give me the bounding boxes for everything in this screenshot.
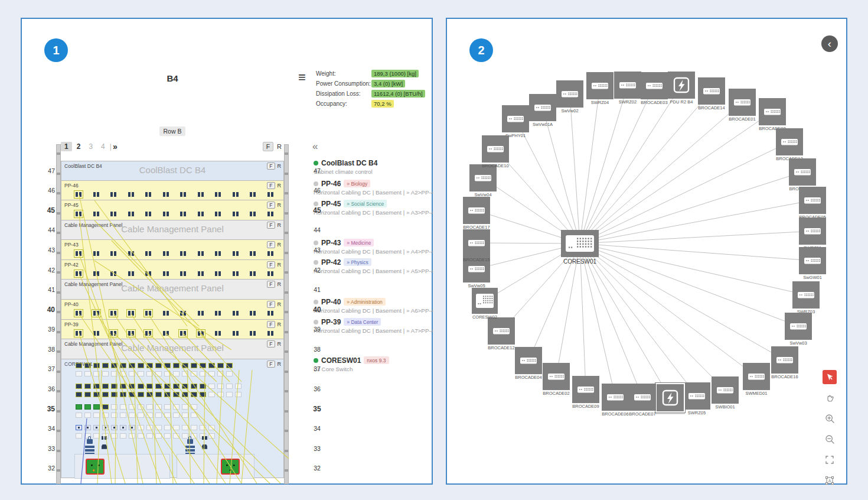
switch-port[interactable]: [173, 413, 180, 418]
patch-port[interactable]: [163, 331, 169, 336]
switch-port[interactable]: [226, 384, 233, 389]
patch-port[interactable]: [128, 192, 134, 197]
topology-node-swvw03[interactable]: SwVw03: [785, 313, 812, 340]
row-rear-button[interactable]: R: [278, 262, 282, 268]
topology-node-brocade08[interactable]: BROCADE08: [759, 98, 786, 125]
patch-port[interactable]: [180, 311, 186, 316]
power-outlet[interactable]: [86, 459, 105, 475]
switch-port[interactable]: [84, 425, 91, 430]
switch-port[interactable]: [164, 433, 171, 439]
switch-port[interactable]: [173, 384, 180, 389]
fit-label-button[interactable]: A: [823, 473, 837, 488]
switch-port[interactable]: [93, 413, 100, 418]
switch-port[interactable]: [235, 384, 242, 389]
switch-port[interactable]: [164, 413, 171, 418]
switch-port[interactable]: [111, 392, 118, 397]
switch-port[interactable]: [200, 363, 206, 368]
topology-node-swbio01[interactable]: SWBIO01: [712, 376, 739, 404]
switch-port[interactable]: [111, 371, 118, 376]
switch-port[interactable]: [155, 433, 162, 439]
patch-port[interactable]: [198, 251, 204, 256]
switch-port[interactable]: [217, 363, 224, 368]
patch-port[interactable]: [76, 311, 81, 316]
row-front-button[interactable]: F: [267, 163, 275, 170]
patch-port[interactable]: [250, 192, 256, 197]
row-rear-button[interactable]: R: [278, 222, 282, 228]
row-front-button[interactable]: F: [267, 182, 275, 189]
switch-port[interactable]: [93, 363, 100, 368]
patch-port[interactable]: [110, 251, 116, 256]
switch-port[interactable]: [129, 413, 135, 418]
patch-port[interactable]: [128, 251, 134, 256]
rack-row-pp-43[interactable]: PP-43FR: [61, 240, 284, 260]
rack-row-cable-management-panel[interactable]: Cable Management PanelCable Management P…: [61, 339, 284, 359]
topology-node-pdu-selected[interactable]: [655, 383, 685, 413]
switch-port[interactable]: [191, 425, 197, 430]
switch-port[interactable]: [182, 404, 188, 410]
menu-icon[interactable]: ≡: [298, 71, 306, 84]
topology-node-brocade15[interactable]: BROCADE15: [463, 229, 490, 257]
row-rear-button[interactable]: R: [278, 163, 282, 169]
switch-port[interactable]: [111, 363, 118, 368]
page-more-button[interactable]: »: [113, 142, 118, 151]
patch-port[interactable]: [128, 311, 134, 316]
patch-port[interactable]: [233, 331, 239, 336]
topology-node-swvw02[interactable]: SwVw02: [556, 80, 583, 108]
switch-port[interactable]: [76, 384, 82, 389]
switch-port[interactable]: [182, 363, 188, 368]
switch-port[interactable]: [138, 392, 144, 397]
switch-port[interactable]: [76, 413, 82, 418]
switch-port[interactable]: [76, 392, 82, 397]
switch-port[interactable]: [217, 384, 224, 389]
row-rear-button[interactable]: R: [278, 242, 282, 248]
switch-port[interactable]: [208, 363, 215, 368]
topology-node-brocade16[interactable]: BROCADE16: [771, 346, 798, 374]
topology-node-coresw01[interactable]: CORESW01: [561, 230, 599, 257]
patch-port[interactable]: [267, 251, 273, 256]
patch-port[interactable]: [215, 311, 221, 316]
row-front-button[interactable]: F: [267, 281, 275, 288]
switch-port[interactable]: [191, 363, 197, 368]
patch-port[interactable]: [267, 212, 273, 216]
patch-port[interactable]: [145, 212, 151, 216]
switch-port[interactable]: [182, 413, 188, 418]
switch-port[interactable]: [129, 404, 135, 410]
topology-node-swrz01[interactable]: SWRZ01: [799, 217, 826, 245]
patch-port[interactable]: [93, 331, 99, 336]
switch-port[interactable]: [84, 404, 91, 410]
patch-port[interactable]: [233, 251, 239, 256]
rack-row-cable-management-panel[interactable]: Cable Management PanelCable Management P…: [61, 280, 284, 300]
switch-port[interactable]: [120, 371, 126, 376]
switch-port[interactable]: [217, 371, 224, 376]
switch-port[interactable]: [191, 384, 197, 389]
switch-port[interactable]: [164, 425, 171, 430]
list-item-pp-43[interactable]: PP-43» MedicineHorizontal Cabling DC | B…: [314, 238, 433, 255]
switch-port[interactable]: [93, 404, 100, 410]
row-rear-button[interactable]: R: [278, 183, 282, 189]
front-view-button[interactable]: F: [263, 142, 273, 151]
rack-row-pp-46[interactable]: PP-46FR: [61, 181, 284, 201]
patch-port[interactable]: [180, 331, 186, 336]
list-item-pp-39[interactable]: PP-39» Data CenterHorizontal Cabling DC …: [314, 317, 433, 334]
topology-node-brocade12[interactable]: BROCADE12: [488, 317, 515, 345]
row-rear-button[interactable]: R: [278, 301, 282, 307]
switch-port[interactable]: [155, 384, 162, 389]
patch-port[interactable]: [198, 331, 204, 336]
rear-view-button[interactable]: R: [275, 142, 284, 151]
switch-port[interactable]: [76, 371, 82, 376]
switch-port[interactable]: [120, 363, 126, 368]
switch-port[interactable]: [138, 425, 144, 430]
switch-port[interactable]: [155, 425, 162, 430]
switch-port[interactable]: [164, 371, 171, 376]
switch-port[interactable]: [182, 371, 188, 376]
patch-port[interactable]: [93, 271, 99, 276]
patch-port[interactable]: [163, 311, 169, 316]
patch-port[interactable]: [250, 251, 256, 256]
patch-port[interactable]: [180, 212, 186, 216]
switch-port[interactable]: [120, 392, 126, 397]
list-item-pp-40[interactable]: PP-40» AdministrationHorizontal Cabling …: [314, 297, 433, 314]
switch-port[interactable]: [173, 404, 180, 410]
patch-port[interactable]: [215, 251, 221, 256]
switch-port[interactable]: [226, 363, 233, 368]
patch-port[interactable]: [110, 192, 116, 197]
